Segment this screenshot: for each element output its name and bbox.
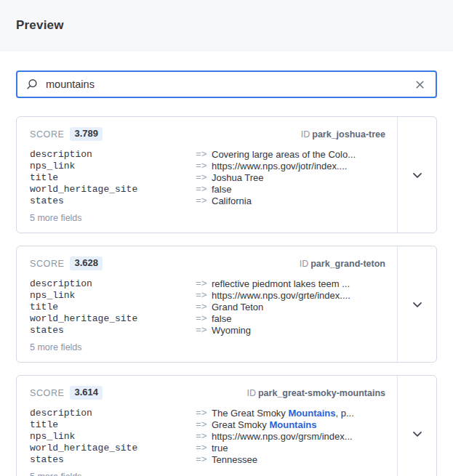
- results-list: SCORE 3.789 IDpark_joshua-tree descripti…: [0, 116, 453, 476]
- result-id: park_grand-teton: [310, 259, 385, 269]
- field-name: nps_link: [30, 161, 196, 172]
- field-name: nps_link: [30, 290, 196, 302]
- score-group: SCORE 3.628: [30, 257, 103, 270]
- field-name: title: [30, 172, 196, 184]
- field-row: description => reflective piedmont lakes…: [30, 278, 385, 290]
- arrow: =>: [196, 302, 212, 313]
- field-row: title => Joshua Tree: [30, 172, 385, 184]
- id-label: ID: [301, 129, 310, 140]
- arrow: =>: [196, 419, 212, 431]
- field-value: Grand Teton: [212, 302, 385, 313]
- id-group: IDpark_joshua-tree: [301, 129, 385, 140]
- field-value: https://www.nps.gov/grsm/index...: [212, 431, 385, 443]
- field-row: description => Covering large areas of t…: [30, 149, 385, 161]
- field-row: world_heritage_site => false: [30, 313, 385, 325]
- chevron-down-icon: [412, 429, 422, 439]
- result-card-rail: [397, 117, 436, 233]
- arrow: =>: [196, 161, 212, 172]
- field-name: states: [30, 325, 196, 336]
- field-name: world_heritage_site: [30, 443, 196, 454]
- chevron-down-icon: [412, 170, 422, 180]
- score-label: SCORE: [30, 129, 64, 140]
- chevron-down-icon: [412, 299, 422, 310]
- field-value: Covering large areas of the Colo...: [212, 149, 385, 161]
- field-name: description: [30, 408, 196, 419]
- field-name: states: [30, 195, 196, 207]
- field-name: states: [30, 454, 196, 466]
- arrow: =>: [196, 454, 212, 466]
- arrow: =>: [196, 408, 212, 419]
- score-badge: 3.628: [70, 257, 103, 270]
- preview-panel: Preview SCORE 3.789: [0, 0, 453, 476]
- result-card-header: SCORE 3.789 IDpark_joshua-tree: [30, 127, 385, 141]
- score-group: SCORE 3.789: [30, 127, 103, 141]
- field-value: California: [212, 195, 385, 207]
- result-card-header: SCORE 3.628 IDpark_grand-teton: [30, 257, 385, 270]
- arrow: =>: [196, 149, 212, 161]
- field-row: nps_link => https://www.nps.gov/grte/ind…: [30, 290, 385, 302]
- field-value: true: [212, 443, 385, 454]
- arrow: =>: [196, 443, 212, 454]
- result-id: park_joshua-tree: [312, 129, 385, 140]
- id-group: IDpark_great-smoky-mountains: [246, 388, 385, 398]
- field-rows: description => Covering large areas of t…: [30, 149, 385, 207]
- field-value: https://www.nps.gov/jotr/index....: [212, 161, 385, 172]
- field-value: false: [212, 313, 385, 325]
- arrow: =>: [196, 195, 212, 207]
- expand-result-button[interactable]: [408, 295, 427, 314]
- field-value: The Great Smoky Mountains, p...: [212, 408, 385, 419]
- score-label: SCORE: [30, 259, 64, 269]
- result-card-rail: [397, 246, 436, 362]
- field-row: title => Grand Teton: [30, 302, 385, 313]
- close-icon: [414, 79, 425, 90]
- result-card-body: SCORE 3.614 IDpark_great-smoky-mountains…: [17, 376, 397, 476]
- arrow: =>: [196, 325, 212, 336]
- field-row: states => California: [30, 195, 385, 207]
- result-card: SCORE 3.789 IDpark_joshua-tree descripti…: [16, 116, 437, 233]
- search-bar[interactable]: [16, 70, 437, 98]
- field-value: https://www.nps.gov/grte/index....: [212, 290, 385, 302]
- result-card-body: SCORE 3.789 IDpark_joshua-tree descripti…: [17, 117, 397, 233]
- expand-result-button[interactable]: [408, 166, 427, 185]
- score-group: SCORE 3.614: [30, 386, 103, 400]
- field-row: nps_link => https://www.nps.gov/jotr/ind…: [30, 161, 385, 172]
- field-value: Wyoming: [212, 325, 385, 336]
- result-card-body: SCORE 3.628 IDpark_grand-teton descripti…: [17, 246, 397, 362]
- id-label: ID: [246, 388, 256, 398]
- field-value: false: [212, 184, 385, 195]
- field-value: Great Smoky Mountains: [212, 419, 385, 431]
- field-value: Tennessee: [212, 454, 385, 466]
- score-label: SCORE: [30, 388, 64, 398]
- id-label: ID: [300, 259, 309, 269]
- field-rows: description => reflective piedmont lakes…: [30, 278, 385, 336]
- id-group: IDpark_grand-teton: [300, 259, 385, 269]
- search-section: [16, 70, 437, 98]
- field-row: states => Tennessee: [30, 454, 385, 466]
- field-name: description: [30, 149, 196, 161]
- result-card-header: SCORE 3.614 IDpark_great-smoky-mountains: [30, 386, 385, 400]
- result-card: SCORE 3.628 IDpark_grand-teton descripti…: [16, 246, 437, 363]
- field-name: title: [30, 302, 196, 313]
- arrow: =>: [196, 431, 212, 443]
- field-value: Joshua Tree: [212, 172, 385, 184]
- field-name: nps_link: [30, 431, 196, 443]
- arrow: =>: [196, 184, 212, 195]
- field-row: world_heritage_site => false: [30, 184, 385, 195]
- arrow: =>: [196, 278, 212, 290]
- search-input[interactable]: [46, 78, 407, 90]
- result-card-rail: [397, 376, 436, 476]
- expand-result-button[interactable]: [408, 424, 427, 443]
- field-name: world_heritage_site: [30, 184, 196, 195]
- field-name: world_heritage_site: [30, 313, 196, 325]
- score-badge: 3.614: [70, 386, 103, 400]
- field-row: states => Wyoming: [30, 325, 385, 336]
- field-name: title: [30, 419, 196, 431]
- field-rows: description => The Great Smoky Mountains…: [30, 408, 385, 466]
- clear-search-button[interactable]: [413, 78, 427, 92]
- field-name: description: [30, 278, 196, 290]
- field-row: world_heritage_site => true: [30, 443, 385, 454]
- arrow: =>: [196, 290, 212, 302]
- more-fields: 5 more fields: [30, 472, 385, 476]
- more-fields: 5 more fields: [30, 213, 385, 223]
- page-title: Preview: [16, 18, 64, 33]
